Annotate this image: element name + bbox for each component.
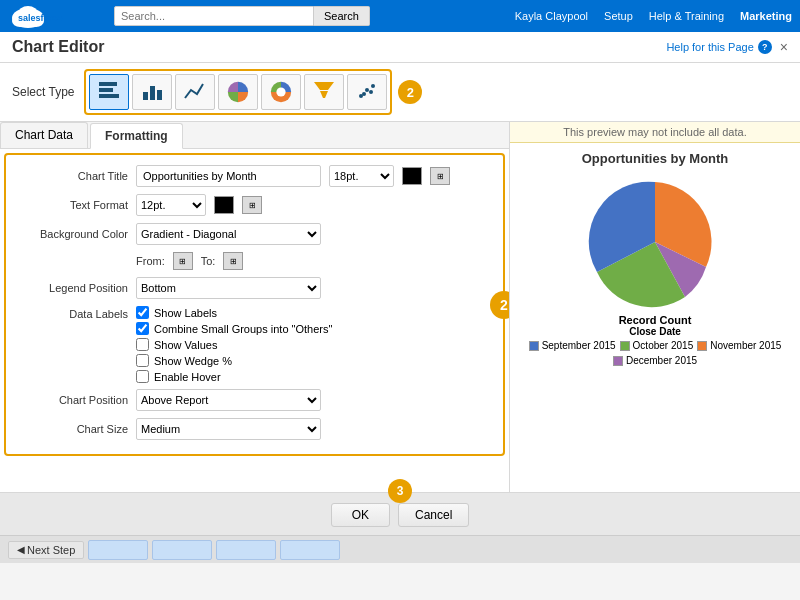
bg-color-select[interactable]: Gradient - Diagonal: [136, 223, 321, 245]
right-panel: This preview may not include all data. O…: [510, 122, 800, 492]
chart-type-scatter[interactable]: [347, 74, 387, 110]
to-color-btn[interactable]: ⊞: [223, 252, 243, 270]
nav-marketing[interactable]: Marketing: [740, 10, 792, 22]
page-title: Chart Editor: [12, 38, 104, 56]
chart-title-label: Chart Title: [18, 170, 128, 182]
legend-color-sep: [529, 341, 539, 351]
legend-label-sep: September 2015: [542, 340, 616, 351]
tabs: Chart Data Formatting: [0, 122, 509, 149]
tab-chart-data[interactable]: Chart Data: [0, 122, 88, 148]
from-label: From:: [136, 255, 165, 267]
chart-type-donut[interactable]: [261, 74, 301, 110]
combine-small-row[interactable]: Combine Small Groups into "Others": [136, 322, 332, 335]
show-values-checkbox[interactable]: [136, 338, 149, 351]
legend-position-row: Legend Position Bottom: [18, 277, 491, 299]
record-count-label: Record Count: [619, 314, 692, 326]
from-color-btn[interactable]: ⊞: [173, 252, 193, 270]
text-format-select[interactable]: 12pt.: [136, 194, 206, 216]
chart-type-funnel[interactable]: [304, 74, 344, 110]
chart-position-row: Chart Position Above Report: [18, 389, 491, 411]
nav-setup[interactable]: Setup: [604, 10, 633, 22]
next-step-link[interactable]: ◀ Next Step: [8, 541, 84, 559]
next-step-label: Next Step: [27, 544, 75, 556]
svg-rect-7: [99, 94, 119, 98]
chart-size-row: Chart Size Medium: [18, 418, 491, 440]
legend-position-select[interactable]: Bottom: [136, 277, 321, 299]
show-wedge-row[interactable]: Show Wedge %: [136, 354, 332, 367]
svg-point-19: [362, 92, 366, 96]
show-labels-row[interactable]: Show Labels: [136, 306, 332, 319]
legend-item-nov: November 2015: [697, 340, 781, 351]
nav-help[interactable]: Help & Training: [649, 10, 724, 22]
help-icon: ?: [758, 40, 772, 54]
chart-size-select[interactable]: Medium: [136, 418, 321, 440]
main-content: Chart Data Formatting Chart Title 18pt. …: [0, 122, 800, 492]
bg-color-label: Background Color: [18, 228, 128, 240]
grid-btn-1[interactable]: ⊞: [430, 167, 450, 185]
footer-tab-2[interactable]: [152, 540, 212, 560]
search-input[interactable]: [114, 6, 314, 26]
nav-links: Kayla Claypool Setup Help & Training Mar…: [515, 10, 792, 22]
nav-user[interactable]: Kayla Claypool: [515, 10, 588, 22]
legend-label-dec: December 2015: [626, 355, 697, 366]
step2-badge-chart-type: 2: [398, 80, 422, 104]
chart-type-pie[interactable]: [218, 74, 258, 110]
data-labels-label: Data Labels: [18, 306, 128, 320]
svg-rect-10: [157, 90, 162, 100]
legend-item-oct: October 2015: [620, 340, 694, 351]
font-size-select[interactable]: 18pt.: [329, 165, 394, 187]
chart-type-section: Select Type: [0, 63, 800, 122]
chart-type-vertical-bar[interactable]: [132, 74, 172, 110]
preview-notice: This preview may not include all data.: [510, 122, 800, 143]
grid-btn-2[interactable]: ⊞: [242, 196, 262, 214]
footer-tab-3[interactable]: [216, 540, 276, 560]
search-button[interactable]: Search: [314, 6, 370, 26]
to-label: To:: [201, 255, 216, 267]
show-labels-checkbox[interactable]: [136, 306, 149, 319]
legend-color-nov: [697, 341, 707, 351]
pie-chart-svg: [575, 172, 735, 312]
show-values-row[interactable]: Show Values: [136, 338, 332, 351]
chart-type-line[interactable]: [175, 74, 215, 110]
legend-item-sep: September 2015: [529, 340, 616, 351]
footer-nav: ◀ Next Step: [0, 535, 800, 563]
data-labels-header-row: Data Labels Show Labels Combine Small Gr…: [18, 306, 491, 386]
search-bar: Search: [114, 6, 370, 26]
enable-hover-row[interactable]: Enable Hover: [136, 370, 332, 383]
from-to-row: From: ⊞ To: ⊞: [18, 252, 491, 270]
legend-label-nov: November 2015: [710, 340, 781, 351]
chart-title-input[interactable]: [136, 165, 321, 187]
svg-point-20: [369, 90, 373, 94]
select-type-label: Select Type: [12, 85, 74, 99]
cancel-button[interactable]: Cancel: [398, 503, 469, 527]
footer-tab-4[interactable]: [280, 540, 340, 560]
close-icon[interactable]: ×: [780, 39, 788, 55]
show-wedge-checkbox[interactable]: [136, 354, 149, 367]
color-btn-text[interactable]: [214, 196, 234, 214]
ok-button[interactable]: OK: [331, 503, 390, 527]
chart-type-horizontal-bar[interactable]: [89, 74, 129, 110]
chart-position-label: Chart Position: [18, 394, 128, 406]
chart-position-select[interactable]: Above Report: [136, 389, 321, 411]
chart-preview: Opportunities by Month Record Count Clos…: [510, 143, 800, 492]
svg-rect-5: [99, 82, 117, 86]
legend-item-dec: December 2015: [613, 355, 697, 366]
color-btn-black[interactable]: [402, 167, 422, 185]
legend-label-oct: October 2015: [633, 340, 694, 351]
footer-tab-1[interactable]: [88, 540, 148, 560]
legend: September 2015 October 2015 November 201…: [518, 340, 792, 366]
svg-point-17: [365, 88, 369, 92]
tab-formatting[interactable]: Formatting: [90, 123, 183, 149]
svg-point-13: [277, 87, 286, 96]
svg-text:salesforce: salesforce: [18, 13, 63, 23]
chart-type-toolbar: [84, 69, 392, 115]
enable-hover-checkbox[interactable]: [136, 370, 149, 383]
chart-preview-title: Opportunities by Month: [582, 151, 729, 166]
chart-title-row: Chart Title 18pt. ⊞: [18, 165, 491, 187]
combine-small-checkbox[interactable]: [136, 322, 149, 335]
svg-rect-6: [99, 88, 113, 92]
legend-color-dec: [613, 356, 623, 366]
checkboxes-container: Show Labels Combine Small Groups into "O…: [136, 306, 332, 386]
svg-rect-8: [143, 92, 148, 100]
help-link[interactable]: Help for this Page: [666, 41, 753, 53]
